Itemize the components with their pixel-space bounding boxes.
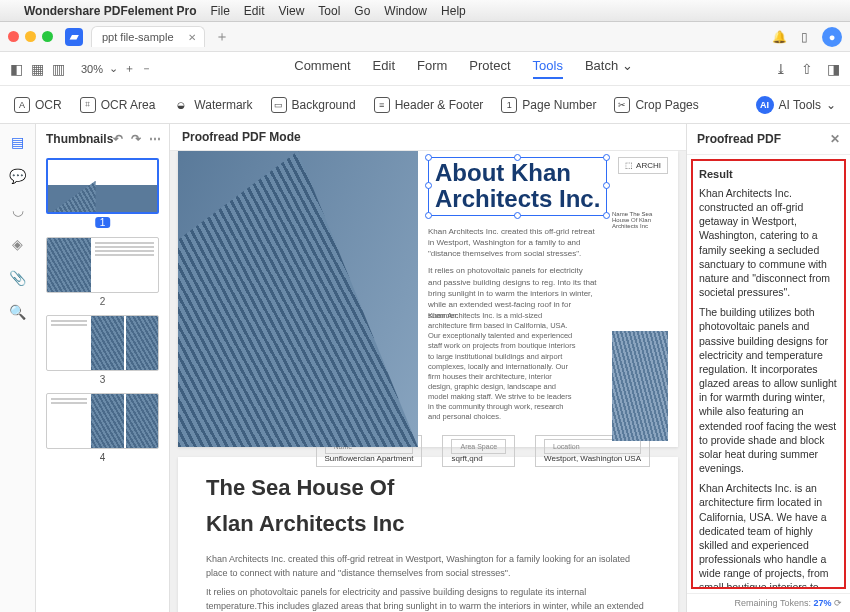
ocr-area-icon: ⌗ xyxy=(80,97,96,113)
window-minimize[interactable] xyxy=(25,31,36,42)
window-close[interactable] xyxy=(8,31,19,42)
device-icon[interactable]: ▯ xyxy=(801,30,808,44)
page1-title-line1: About Khan xyxy=(435,160,600,186)
resize-handle[interactable] xyxy=(425,212,432,219)
ai-icon: AI xyxy=(756,96,774,114)
app-name-menu[interactable]: Wondershare PDFelement Pro xyxy=(24,4,197,18)
resize-handle[interactable] xyxy=(425,182,432,189)
cloud-download-icon[interactable]: ⤓ xyxy=(775,61,787,77)
resize-handle[interactable] xyxy=(514,154,521,161)
window-maximize[interactable] xyxy=(42,31,53,42)
background-icon: ▭ xyxy=(271,97,287,113)
page1-caption: Name The Sea House Of Klan Architects In… xyxy=(612,211,668,229)
thumbnail-2[interactable]: 2 xyxy=(46,237,159,307)
result-heading: Result xyxy=(699,167,838,182)
resize-handle[interactable] xyxy=(603,154,610,161)
rail-search-icon[interactable]: 🔍 xyxy=(9,304,26,320)
page1-side-photo xyxy=(612,331,668,441)
resize-handle[interactable] xyxy=(603,182,610,189)
ai-tools-button[interactable]: AI AI Tools ⌄ xyxy=(756,96,836,114)
result-paragraph: The building utilizes both photovoltaic … xyxy=(699,305,838,475)
menu-tool[interactable]: Tool xyxy=(318,4,340,18)
resize-handle[interactable] xyxy=(603,212,610,219)
panel-toggle-icon[interactable]: ◨ xyxy=(827,61,840,77)
menu-view[interactable]: View xyxy=(279,4,305,18)
watermark-icon: ◒ xyxy=(173,97,189,113)
tab-comment[interactable]: Comment xyxy=(294,58,350,79)
menu-file[interactable]: File xyxy=(211,4,230,18)
page2-body: Khan Architects Inc. created this off-gr… xyxy=(206,547,650,612)
mode-label: Proofread PDF Mode xyxy=(170,124,686,151)
page1-body-lower: Khan Architects Inc. is a mid-sized arch… xyxy=(428,311,578,422)
ocr-area-button[interactable]: ⌗OCR Area xyxy=(80,97,156,113)
thumbnail-4[interactable]: 4 xyxy=(46,393,159,463)
thumb-more-icon[interactable]: ⋯ xyxy=(149,132,161,146)
workspace: ▤ 💬 ◡ ◈ 📎 🔍 Thumbnails ↶ ↷ ⋯ 1 2 xyxy=(0,124,850,612)
rail-attachments-icon[interactable]: 📎 xyxy=(9,270,26,286)
proofread-panel-title: Proofread PDF xyxy=(697,132,781,146)
resize-handle[interactable] xyxy=(514,212,521,219)
page-1[interactable]: About Khan Architects Inc. ⬚ ARCHI Name … xyxy=(178,151,678,447)
result-paragraph: Khan Architects Inc. is an architecture … xyxy=(699,481,838,589)
ocr-button[interactable]: AOCR xyxy=(14,97,62,113)
thumbnails-panel: Thumbnails ↶ ↷ ⋯ 1 2 3 4 xyxy=(36,124,170,612)
menu-edit[interactable]: Edit xyxy=(244,4,265,18)
tab-form[interactable]: Form xyxy=(417,58,447,79)
page-number-icon: 1 xyxy=(501,97,517,113)
zoom-value[interactable]: 30% xyxy=(81,63,103,75)
tab-protect[interactable]: Protect xyxy=(469,58,510,79)
window-controls xyxy=(8,31,53,42)
menu-window[interactable]: Window xyxy=(384,4,427,18)
tab-batch[interactable]: Batch ⌄ xyxy=(585,58,633,79)
resize-handle[interactable] xyxy=(425,154,432,161)
zoom-in-button[interactable]: ＋ xyxy=(124,61,135,76)
rail-thumbnails-icon[interactable]: ▤ xyxy=(11,134,24,150)
header-footer-button[interactable]: ≡Header & Footer xyxy=(374,97,484,113)
macos-menubar: Wondershare PDFelement Pro File Edit Vie… xyxy=(0,0,850,22)
page-number-button[interactable]: 1Page Number xyxy=(501,97,596,113)
bell-icon[interactable]: 🔔 xyxy=(772,30,787,44)
page-2[interactable]: NameSunflowercian Apartment Area Spacesq… xyxy=(178,457,678,612)
token-footer: Remaining Tokens: 27% ⟳ xyxy=(687,593,850,612)
rail-bookmarks-icon[interactable]: ◡ xyxy=(12,202,24,218)
tab-tools[interactable]: Tools xyxy=(533,58,563,79)
close-panel-icon[interactable]: ✕ xyxy=(830,132,840,146)
selected-text-box[interactable]: About Khan Architects Inc. xyxy=(428,157,607,216)
book-view-icon[interactable]: ▥ xyxy=(52,61,65,77)
thumbnail-1[interactable]: 1 xyxy=(46,158,159,229)
share-icon[interactable]: ⇧ xyxy=(801,61,813,77)
thumbnails-title: Thumbnails xyxy=(46,132,113,146)
thumbnail-3[interactable]: 3 xyxy=(46,315,159,385)
app-icon: ▰ xyxy=(65,28,83,46)
canvas-area: Proofread PDF Mode About Khan Architects… xyxy=(170,124,686,612)
watermark-button[interactable]: ◒Watermark xyxy=(173,97,252,113)
tab-close-icon[interactable]: ✕ xyxy=(188,32,196,43)
user-avatar[interactable]: ● xyxy=(822,27,842,47)
zoom-out-button[interactable]: － xyxy=(141,61,152,76)
background-button[interactable]: ▭Background xyxy=(271,97,356,113)
left-rail: ▤ 💬 ◡ ◈ 📎 🔍 xyxy=(0,124,36,612)
grid-view-icon[interactable]: ▦ xyxy=(31,61,44,77)
thumb-rotate-right-icon[interactable]: ↷ xyxy=(131,132,141,146)
sidebar-toggle-icon[interactable]: ◧ xyxy=(10,61,23,77)
new-tab-button[interactable]: ＋ xyxy=(215,28,229,46)
rail-comments-icon[interactable]: 💬 xyxy=(9,168,26,184)
page1-hero-image xyxy=(178,151,418,447)
chevron-down-icon: ⌄ xyxy=(826,98,836,112)
proofread-result[interactable]: Result Khan Architects Inc. constructed … xyxy=(691,159,846,589)
zoom-dropdown-icon[interactable]: ⌄ xyxy=(109,62,118,75)
page1-title-line2: Architects Inc. xyxy=(435,186,600,212)
tab-edit[interactable]: Edit xyxy=(373,58,395,79)
menu-help[interactable]: Help xyxy=(441,4,466,18)
page-canvas[interactable]: About Khan Architects Inc. ⬚ ARCHI Name … xyxy=(170,151,686,612)
toolbar-row-2: AOCR ⌗OCR Area ◒Watermark ▭Background ≡H… xyxy=(0,86,850,124)
document-tab[interactable]: ppt file-sample ✕ xyxy=(91,26,205,47)
rail-layers-icon[interactable]: ◈ xyxy=(12,236,23,252)
result-paragraph: Khan Architects Inc. constructed an off-… xyxy=(699,186,838,299)
menu-go[interactable]: Go xyxy=(354,4,370,18)
ocr-icon: A xyxy=(14,97,30,113)
crop-pages-button[interactable]: ✂Crop Pages xyxy=(614,97,698,113)
thumb-rotate-left-icon[interactable]: ↶ xyxy=(113,132,123,146)
header-footer-icon: ≡ xyxy=(374,97,390,113)
crop-icon: ✂ xyxy=(614,97,630,113)
